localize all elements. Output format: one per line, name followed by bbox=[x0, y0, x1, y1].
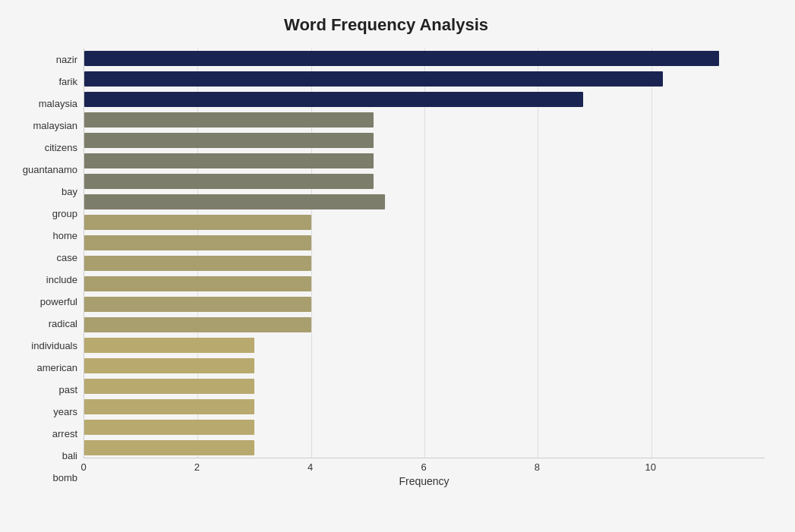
bar-row bbox=[84, 214, 765, 231]
bar bbox=[84, 276, 311, 291]
chart-container: Word Frequency Analysis nazirfarikmalays… bbox=[0, 0, 795, 532]
bar-row bbox=[84, 419, 765, 436]
y-label: citizens bbox=[8, 138, 77, 158]
bar-row bbox=[84, 439, 765, 456]
bar bbox=[84, 379, 254, 394]
grid-line bbox=[197, 49, 198, 458]
y-label: bomb bbox=[8, 468, 77, 488]
bar-row bbox=[84, 153, 765, 169]
grid-line bbox=[311, 49, 312, 458]
y-label: years bbox=[8, 402, 77, 422]
x-tick: 6 bbox=[421, 461, 426, 473]
grid-line bbox=[538, 49, 538, 458]
bar bbox=[84, 317, 311, 332]
y-label: american bbox=[8, 358, 77, 378]
bar bbox=[84, 297, 311, 312]
bar bbox=[84, 215, 311, 230]
bar-row bbox=[84, 91, 765, 108]
bar-row bbox=[84, 357, 765, 374]
x-tick: 10 bbox=[645, 461, 655, 473]
bar-row bbox=[84, 173, 765, 190]
bar bbox=[84, 92, 583, 107]
bar-row bbox=[84, 194, 765, 210]
y-label: case bbox=[8, 248, 77, 268]
bar bbox=[84, 399, 254, 414]
bar-row bbox=[84, 275, 765, 292]
y-label: bali bbox=[8, 446, 77, 466]
y-label: individuals bbox=[8, 336, 77, 356]
chart-title: Word Frequency Analysis bbox=[8, 15, 765, 35]
bar bbox=[84, 112, 374, 127]
bar bbox=[84, 51, 719, 66]
bar-row bbox=[84, 71, 765, 87]
bar-row bbox=[84, 296, 765, 313]
y-label: nazir bbox=[8, 50, 77, 70]
bar bbox=[84, 71, 663, 87]
y-label: radical bbox=[8, 314, 77, 334]
grid-line bbox=[424, 49, 425, 458]
y-label: bay bbox=[8, 182, 77, 202]
x-axis-title: Frequency bbox=[84, 475, 765, 487]
bar-row bbox=[84, 235, 765, 251]
bar bbox=[84, 153, 374, 168]
x-axis: 0246810 Frequency bbox=[84, 458, 765, 489]
x-tick: 8 bbox=[535, 461, 540, 473]
bar-row bbox=[84, 378, 765, 395]
bar bbox=[84, 358, 254, 373]
y-label: group bbox=[8, 204, 77, 224]
bar bbox=[84, 256, 311, 271]
y-label: guantanamo bbox=[8, 160, 77, 180]
bar-row bbox=[84, 50, 765, 67]
bar bbox=[84, 133, 374, 148]
y-label: past bbox=[8, 380, 77, 400]
x-tick: 2 bbox=[194, 461, 200, 473]
y-label: home bbox=[8, 226, 77, 246]
y-label: malaysian bbox=[8, 116, 77, 136]
bar bbox=[84, 338, 254, 353]
bar-row bbox=[84, 112, 765, 128]
bar bbox=[84, 174, 374, 189]
bar bbox=[84, 235, 311, 250]
bar-row bbox=[84, 398, 765, 415]
y-label: arrest bbox=[8, 424, 77, 444]
bar-row bbox=[84, 316, 765, 333]
bar-row bbox=[84, 132, 765, 149]
bar bbox=[84, 440, 254, 455]
bars-and-xaxis: 0246810 Frequency bbox=[84, 49, 765, 489]
bar-row bbox=[84, 255, 765, 272]
chart-area: nazirfarikmalaysiamalaysiancitizensguant… bbox=[8, 49, 765, 489]
x-tick: 0 bbox=[80, 461, 86, 473]
y-axis: nazirfarikmalaysiamalaysiancitizensguant… bbox=[8, 49, 84, 489]
bar bbox=[84, 420, 254, 435]
y-label: farik bbox=[8, 72, 77, 92]
y-label: include bbox=[8, 270, 77, 290]
x-tick: 4 bbox=[308, 461, 313, 473]
y-label: malaysia bbox=[8, 94, 77, 114]
bar bbox=[84, 194, 385, 209]
y-label: powerful bbox=[8, 292, 77, 312]
bar-row bbox=[84, 337, 765, 354]
bars-area bbox=[84, 49, 765, 458]
grid-line bbox=[651, 49, 652, 458]
